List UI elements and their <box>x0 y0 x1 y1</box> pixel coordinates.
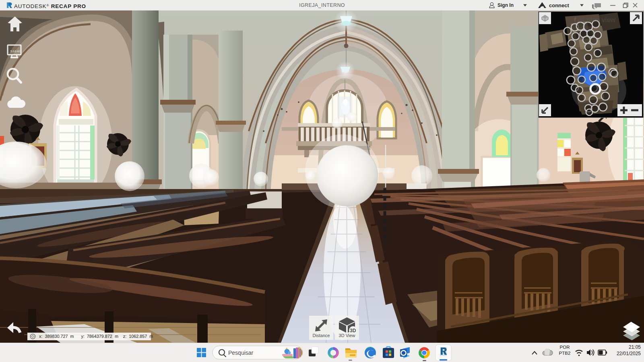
svg-text:5.0.0.40: 5.0.0.40 <box>10 50 20 53</box>
svg-text:ull plan view: ull plan view <box>577 16 616 23</box>
svg-text:Pesquisar: Pesquisar <box>228 350 254 356</box>
svg-text:f: f <box>574 16 576 23</box>
svg-text:3D: 3D <box>350 328 356 333</box>
